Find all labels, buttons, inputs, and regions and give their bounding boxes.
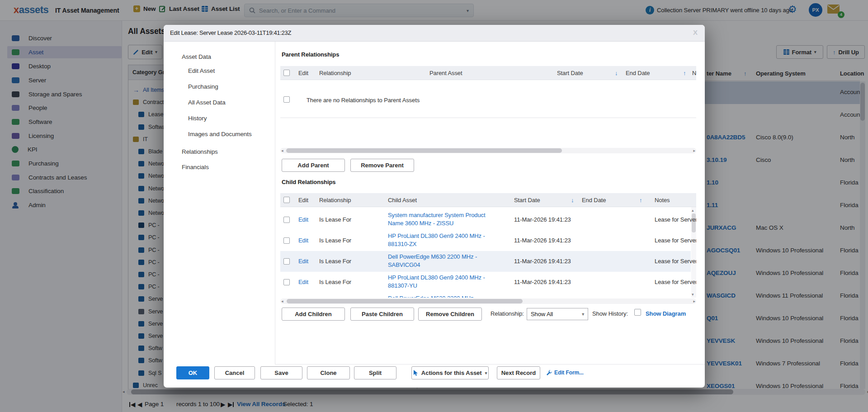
remove-children-button[interactable]: Remove Children — [418, 308, 482, 321]
edit-link[interactable]: Edit — [298, 237, 308, 244]
notes: Lease for Server — [655, 258, 696, 265]
parent-table-bottom-border — [280, 118, 696, 118]
scroll-right-icon[interactable]: ▸ — [693, 299, 695, 303]
scroll-down-icon[interactable]: ▾ — [692, 292, 693, 297]
scrollbar-thumb[interactable] — [287, 299, 523, 303]
dialog-nav-images-and-documents[interactable]: Images and Documents — [188, 131, 252, 137]
scrollbar-thumb[interactable] — [286, 148, 562, 153]
add-parent-button[interactable]: Add Parent — [282, 159, 345, 172]
paste-children-button[interactable]: Paste Children — [350, 308, 414, 321]
dialog-nav-purchasing[interactable]: Purchasing — [188, 83, 218, 90]
dialog-nav-relationships[interactable]: Relationships — [182, 148, 218, 155]
show-history-label: Show History: — [592, 310, 628, 317]
child-relationships-heading: Child Relationships — [282, 179, 335, 185]
col-edit[interactable]: Edit — [298, 70, 308, 76]
edit-lease-dialog: Edit Lease: Server Lease 2026-03-11T19:4… — [164, 25, 705, 388]
child-relationship-row: EditIs Lease ForHP ProLiant DL380 Gen9 2… — [280, 272, 691, 293]
relationship-filter-label: Relationship: — [491, 310, 524, 317]
col-child-asset[interactable]: Child Asset — [388, 197, 417, 204]
col-start-date[interactable]: Start Date — [557, 70, 583, 76]
relationship-type: Is Lease For — [319, 279, 351, 285]
child-asset-link[interactable]: HP ProLiant DL380 Gen9 2400 MHz - 881310… — [388, 232, 492, 248]
empty-row-checkbox[interactable] — [283, 96, 290, 103]
caret-down-icon: ▾ — [485, 371, 487, 375]
dialog-title-bar[interactable]: Edit Lease: Server Lease 2026-03-11T19:4… — [164, 25, 705, 42]
cursor-icon — [413, 370, 418, 376]
edit-link[interactable]: Edit — [298, 216, 308, 223]
start-date: 11-Mar-2026 19:41:23 — [514, 216, 571, 223]
wrench-icon — [546, 369, 552, 376]
child-asset-link[interactable]: Dell PowerEdge M630 2200 MHz - — [388, 294, 492, 298]
actions-for-asset-button[interactable]: Actions for this Asset ▾ — [411, 366, 489, 379]
col-end-date[interactable]: End Date — [626, 70, 650, 76]
nav-divider — [275, 42, 275, 364]
child-relationship-row: EditIs Lease ForDell PowerEdge M630 2200… — [280, 293, 691, 298]
app-root: xassets IT Asset Management + New Last A… — [0, 0, 868, 412]
col-notes[interactable]: Notes — [655, 197, 670, 204]
select-all-checkbox[interactable] — [283, 70, 290, 76]
child-relationship-row: EditIs Lease ForHP ProLiant DL380 Gen9 2… — [280, 230, 691, 251]
row-checkbox[interactable] — [283, 279, 290, 285]
child-relationships-rows: ▴ ▾ EditIs Lease ForSystem manufacturer … — [280, 207, 696, 298]
relationship-type: Is Lease For — [319, 258, 351, 265]
col-start-date[interactable]: Start Date — [514, 197, 540, 204]
notes: Lease for Server — [655, 279, 696, 285]
ok-button[interactable]: OK — [176, 366, 209, 379]
dialog-nav-financials[interactable]: Financials — [182, 164, 209, 170]
notes: Lease for Server — [655, 237, 696, 244]
parent-table-header: Edit Relationship Parent Asset Start Dat… — [280, 66, 696, 80]
row-checkbox[interactable] — [283, 258, 290, 265]
col-relationship[interactable]: Relationship — [319, 197, 351, 204]
sort-asc-icon[interactable]: ↑ — [683, 70, 686, 76]
scroll-right-icon[interactable]: ▸ — [693, 148, 695, 153]
cancel-button[interactable]: Cancel — [214, 366, 255, 379]
child-asset-link[interactable]: Dell PowerEdge M630 2200 MHz - SABVICG04 — [388, 253, 492, 269]
scroll-left-icon[interactable]: ◂ — [281, 299, 283, 303]
col-end-date[interactable]: End Date — [582, 197, 606, 204]
parent-horizontal-scrollbar[interactable]: ◂ ▸ — [280, 148, 696, 153]
sort-asc-icon[interactable]: ↑ — [639, 197, 642, 204]
select-all-checkbox[interactable] — [283, 197, 290, 203]
show-history-checkbox[interactable] — [634, 309, 641, 316]
child-asset-link[interactable]: System manufacturer System Product Name … — [388, 211, 492, 227]
edit-link[interactable]: Edit — [298, 279, 308, 285]
clone-button[interactable]: Clone — [307, 366, 350, 379]
dialog-nav-history[interactable]: History — [188, 115, 207, 122]
child-table-header: Edit Relationship Child Asset Start Date… — [280, 193, 696, 207]
start-date: 11-Mar-2026 19:41:23 — [514, 237, 571, 244]
col-edit[interactable]: Edit — [298, 197, 308, 204]
dialog-nav-asset-data[interactable]: Asset Data — [182, 53, 211, 60]
child-relationship-row: EditIs Lease ForSystem manufacturer Syst… — [280, 209, 691, 230]
actions-label: Actions for this Asset — [421, 369, 482, 376]
add-children-button[interactable]: Add Children — [282, 308, 345, 321]
sort-desc-icon[interactable]: ↓ — [615, 70, 618, 76]
dialog-nav-edit-asset[interactable]: Edit Asset — [188, 67, 215, 74]
scroll-left-icon[interactable]: ◂ — [281, 148, 283, 153]
col-parent-asset[interactable]: Parent Asset — [429, 70, 462, 76]
notes: Lease for Server — [655, 216, 696, 223]
row-checkbox[interactable] — [283, 237, 290, 244]
child-asset-link[interactable]: HP ProLiant DL380 Gen9 2400 MHz - 881307… — [388, 274, 492, 290]
edit-link[interactable]: Edit — [298, 258, 308, 265]
remove-parent-button[interactable]: Remove Parent — [350, 159, 414, 172]
save-button[interactable]: Save — [260, 366, 302, 379]
child-horizontal-scrollbar[interactable]: ◂ ▸ — [280, 298, 696, 304]
sort-desc-icon[interactable]: ↓ — [571, 197, 574, 204]
col-notes[interactable]: Notes — [692, 70, 696, 76]
next-record-button[interactable]: Next Record — [497, 366, 540, 379]
show-diagram-link[interactable]: Show Diagram — [646, 310, 686, 317]
col-relationship[interactable]: Relationship — [319, 70, 351, 76]
close-icon[interactable]: X — [693, 28, 698, 36]
scroll-up-icon[interactable]: ▴ — [692, 208, 693, 213]
relationship-type: Is Lease For — [319, 216, 351, 223]
no-parent-relationships-text: There are no Relationships to Parent Ass… — [307, 97, 420, 104]
dialog-nav-all-asset-data[interactable]: All Asset Data — [188, 99, 226, 106]
parent-relationships-heading: Parent Relationships — [282, 51, 339, 58]
dialog-title: Edit Lease: Server Lease 2026-03-11T19:4… — [170, 29, 291, 36]
row-checkbox[interactable] — [283, 217, 290, 223]
relationship-filter-value: Show All — [531, 311, 553, 317]
start-date: 11-Mar-2026 19:41:23 — [514, 258, 571, 265]
split-button[interactable]: Split — [354, 366, 396, 379]
relationship-filter-select[interactable]: Show All ▼ — [527, 308, 588, 320]
edit-form-link[interactable]: Edit Form... — [554, 369, 584, 376]
